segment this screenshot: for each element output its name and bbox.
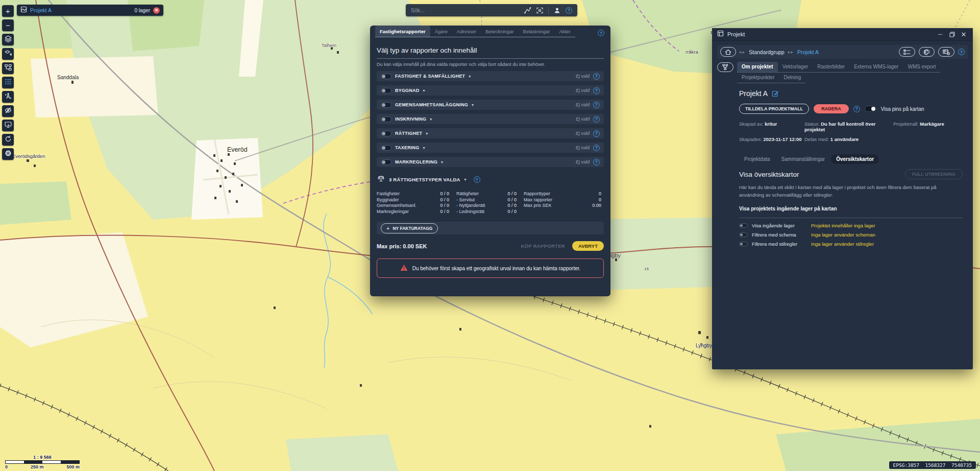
layer-structure-icon xyxy=(5,64,12,73)
help-icon[interactable]: ? xyxy=(853,106,860,112)
buy-reports-button[interactable]: KÖP RAPPORTER xyxy=(521,243,565,249)
tab-belastningar[interactable]: Belastningar xyxy=(519,26,555,37)
help-icon[interactable]: ? xyxy=(593,159,600,166)
style-palette-button[interactable] xyxy=(919,47,935,57)
chevron-down-icon[interactable]: ▾ xyxy=(426,131,428,136)
section-row-gemensamhetsanlaggning[interactable]: GEMENSAMHETSANLÄGGNING ▾ Ej vald ? xyxy=(377,100,604,110)
project-structure-button[interactable] xyxy=(717,62,733,72)
show-pins-toggle[interactable] xyxy=(865,106,876,112)
close-project-icon[interactable]: ✕ xyxy=(153,7,160,14)
help-icon[interactable]: ? xyxy=(958,49,965,55)
help-icon[interactable]: ? xyxy=(474,176,480,183)
edit-icon[interactable] xyxy=(772,90,778,97)
tab-akter[interactable]: Akter xyxy=(554,26,575,37)
tab-wms-export[interactable]: WMS export xyxy=(903,62,940,73)
section-row-taxering[interactable]: TAXERING ▾ Ej vald ? xyxy=(377,143,604,153)
chevron-down-icon[interactable]: ▾ xyxy=(430,117,432,122)
table-settings-button[interactable] xyxy=(938,47,954,57)
section-toggle[interactable] xyxy=(381,88,391,93)
help-icon[interactable]: ? xyxy=(593,116,600,123)
layers-button[interactable] xyxy=(2,34,14,45)
help-icon[interactable]: ? xyxy=(566,7,572,14)
close-icon[interactable]: ✕ xyxy=(960,31,968,38)
hide-features-button[interactable] xyxy=(2,105,14,117)
breadcrumb-group[interactable]: Standardgrupp xyxy=(749,49,784,55)
measure-button[interactable] xyxy=(2,91,14,103)
tab-om-projektet[interactable]: Om projektet xyxy=(737,62,778,73)
help-icon[interactable]: ? xyxy=(593,87,600,94)
delete-project-button[interactable]: RADERA xyxy=(814,104,849,113)
area-select-icon[interactable] xyxy=(536,7,544,14)
breadcrumb-project[interactable]: Projekt A xyxy=(797,49,819,55)
count-row: Markregleringar0 / 0 xyxy=(377,209,449,215)
count-row: - Ledningsrätt0 / 0 xyxy=(456,209,517,215)
tab-projektpunkter[interactable]: Projektpunkter xyxy=(737,73,779,83)
tab-adresser[interactable]: Adresser xyxy=(452,26,481,37)
section-toggle[interactable] xyxy=(381,131,391,136)
zoom-out-button[interactable]: − xyxy=(2,19,14,31)
filter-schema-toggle[interactable] xyxy=(739,232,748,237)
section-row-markreglering[interactable]: MARKREGLERING ▾ Ej vald ? xyxy=(377,157,604,167)
help-icon[interactable]: ? xyxy=(598,30,604,36)
settings-button[interactable] xyxy=(2,148,14,160)
section-toggle[interactable] xyxy=(381,102,391,108)
help-icon[interactable]: ? xyxy=(593,145,600,151)
tab-fastighetsrapporter[interactable]: Fastighetsrapporter xyxy=(375,26,430,37)
active-project-bar[interactable]: Projekt A 0 lager ✕ xyxy=(17,5,163,16)
tab-beteckningar[interactable]: Beteckningar xyxy=(481,26,518,37)
section-label: GEMENSAMHETSANLÄGGNING xyxy=(395,102,468,107)
section-toggle[interactable] xyxy=(381,116,391,122)
tab-rasterbilder[interactable]: Rasterbilder xyxy=(813,62,849,73)
full-extent-button[interactable]: FULL UTBREDNING xyxy=(905,169,963,179)
tab-agare[interactable]: Ägare xyxy=(430,26,452,37)
help-icon[interactable]: ? xyxy=(593,130,600,137)
panel-title-bar[interactable]: Projekt ─ ✕ xyxy=(712,28,973,41)
help-icon[interactable]: ? xyxy=(593,102,600,108)
tab-delning[interactable]: Delning xyxy=(779,73,805,83)
subtab-projektdata[interactable]: Projektdata xyxy=(739,154,775,164)
reset-rotation-button[interactable] xyxy=(2,134,14,146)
section-toggle[interactable] xyxy=(381,159,391,165)
user-icon[interactable] xyxy=(553,7,561,14)
toggle-label: Visa ingående lager xyxy=(752,223,807,228)
restore-window-icon[interactable] xyxy=(948,31,956,38)
section-toggle[interactable] xyxy=(381,74,391,79)
screen-share-button[interactable] xyxy=(2,120,14,131)
help-icon[interactable]: ? xyxy=(593,73,600,80)
minimize-icon[interactable]: ─ xyxy=(936,31,944,37)
section-row-inskrivning[interactable]: INSKRIVNING ▾ Ej vald ? xyxy=(377,114,604,124)
chevron-down-icon[interactable]: ▾ xyxy=(441,160,443,164)
section-row-fastighet[interactable]: FASTIGHET & SAMFÄLLIGHET ▾ Ej vald ? xyxy=(377,71,604,81)
home-button[interactable] xyxy=(720,47,736,57)
assign-template-button[interactable]: TILLDELA PROJEKTMALL xyxy=(739,104,809,114)
section-toggle[interactable] xyxy=(381,145,391,151)
chevron-down-icon[interactable]: ▾ xyxy=(469,74,471,79)
draw-select-icon[interactable] xyxy=(524,7,531,14)
section-row-byggnad[interactable]: BYGGNAD ▾ Ej vald ? xyxy=(377,85,604,96)
chevron-down-icon[interactable]: ▾ xyxy=(423,146,425,150)
layer-structure-button[interactable] xyxy=(2,62,14,74)
section-row-rattighet[interactable]: RÄTTIGHET ▾ Ej vald ? xyxy=(377,128,604,138)
zoom-in-button[interactable]: + xyxy=(2,5,14,17)
rights-summary-row[interactable]: 3 RÄTTIGHETSTYPER VALDA ▾ ? xyxy=(377,175,604,184)
add-layer-button[interactable] xyxy=(2,48,14,60)
search-input[interactable] xyxy=(411,7,519,13)
filter-styles-toggle[interactable] xyxy=(739,242,748,246)
tab-externa-wms-lager[interactable]: Externa WMS-lager xyxy=(849,62,903,73)
cancel-button[interactable]: AVBRYT xyxy=(572,241,604,251)
subtab-sammanstallningar[interactable]: Sammanställningar xyxy=(776,154,830,164)
project-settings-button[interactable] xyxy=(899,47,915,57)
show-layers-toggle[interactable] xyxy=(739,223,748,228)
chevron-down-icon[interactable]: ▾ xyxy=(472,103,474,107)
chevron-down-icon[interactable]: ▾ xyxy=(464,177,467,182)
legend-list-button[interactable] xyxy=(2,77,14,88)
chevron-down-icon[interactable]: ▾ xyxy=(423,88,425,93)
section-status: Ej vald xyxy=(576,102,590,107)
tab-vektorlager[interactable]: Vektorlager xyxy=(778,62,813,73)
subtab-oversiktskartor[interactable]: Översiktskartor xyxy=(831,154,879,164)
new-invoice-tag-button[interactable]: +NY FAKTURATAGG xyxy=(381,223,438,233)
section-label: INSKRIVNING xyxy=(395,116,426,122)
layers-icon xyxy=(5,35,12,44)
dialog-title: Välj typ av rapporter och innehåll xyxy=(377,46,604,59)
panel-content: Projekt A TILLDELA PROJEKTMALL RADERA ? … xyxy=(712,83,973,247)
